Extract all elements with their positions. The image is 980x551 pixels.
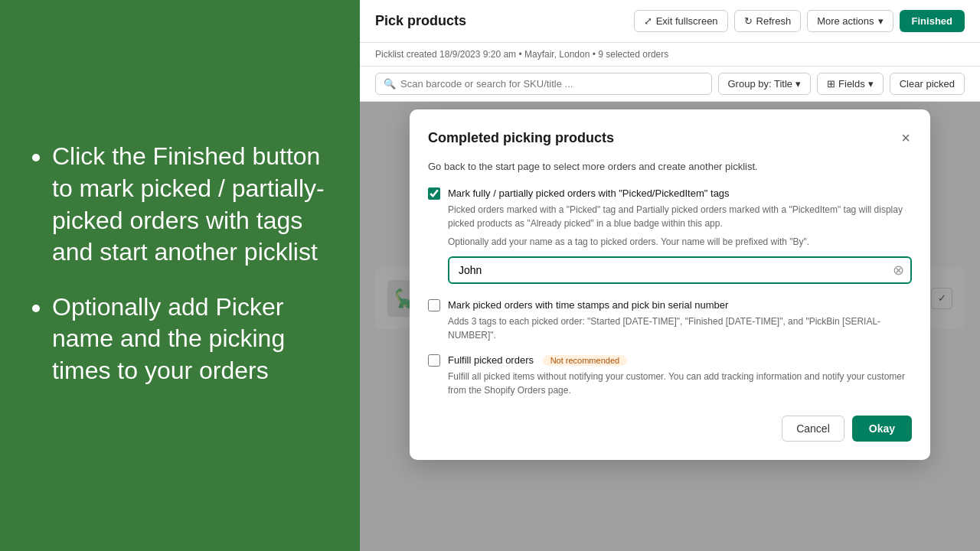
modal-overlay: Completed picking products × Go back to … — [360, 102, 980, 551]
checkbox2-content: Mark picked orders with time stamps and … — [448, 298, 912, 342]
right-panel: Pick products ⤢ Exit fullscreen ↻ Refres… — [360, 0, 980, 551]
search-input[interactable] — [400, 78, 704, 90]
modal-footer: Cancel Okay — [428, 416, 912, 442]
checkbox-row-1: Mark fully / partially picked orders wit… — [428, 186, 912, 249]
close-icon: × — [901, 129, 910, 146]
exit-fullscreen-button[interactable]: ⤢ Exit fullscreen — [634, 10, 728, 32]
not-recommended-badge: Not recommended — [543, 355, 628, 366]
search-icon: 🔍 — [384, 78, 396, 90]
checkbox1-content: Mark fully / partially picked orders wit… — [448, 186, 912, 249]
checkbox3-content: Fulfill picked orders Not recommended Fu… — [448, 353, 912, 397]
refresh-icon: ↻ — [744, 15, 753, 27]
more-actions-button[interactable]: More actions ▾ — [807, 10, 893, 32]
page-title: Pick products — [375, 13, 466, 29]
bullet-item-2: Optionally add Picker name and the picki… — [52, 292, 329, 387]
picklist-info: Picklist created 18/9/2023 9:20 am • May… — [375, 49, 668, 60]
more-actions-chevron-icon: ▾ — [878, 15, 884, 27]
clear-picked-button[interactable]: Clear picked — [890, 73, 965, 95]
modal-description: Go back to the start page to select more… — [428, 161, 912, 172]
checkbox1-subtext2: Optionally add your name as a tag to pic… — [448, 235, 912, 249]
modal-close-button[interactable]: × — [900, 128, 912, 148]
timestamp-checkbox[interactable] — [428, 299, 440, 311]
filter-bar: 🔍 Group by: Title ▾ ⊞ Fields ▾ Clear pic… — [360, 67, 980, 102]
picker-name-input[interactable] — [448, 256, 912, 284]
finished-button[interactable]: Finished — [900, 10, 965, 32]
okay-button[interactable]: Okay — [852, 416, 912, 442]
fields-chevron-icon: ▾ — [868, 78, 874, 90]
exit-fullscreen-icon: ⤢ — [644, 15, 652, 27]
fields-button[interactable]: ⊞ Fields ▾ — [817, 73, 884, 95]
checkbox3-subtext: Fulfill all picked items without notifyi… — [448, 370, 912, 397]
checkbox-row-3: Fulfill picked orders Not recommended Fu… — [428, 353, 912, 397]
search-box[interactable]: 🔍 — [375, 73, 712, 95]
sub-bar: Picklist created 18/9/2023 9:20 am • May… — [360, 43, 980, 67]
clear-icon: ⊗ — [893, 262, 904, 278]
name-input-clear-button[interactable]: ⊗ — [893, 262, 904, 279]
checkbox2-label[interactable]: Mark picked orders with time stamps and … — [448, 299, 728, 311]
fields-icon: ⊞ — [827, 78, 835, 90]
bullet-list: Click the Finished button to mark picked… — [31, 141, 329, 409]
completed-picking-modal: Completed picking products × Go back to … — [410, 109, 930, 460]
group-by-button[interactable]: Group by: Title ▾ — [718, 73, 812, 95]
bullet-item-1: Click the Finished button to mark picked… — [52, 141, 329, 268]
refresh-button[interactable]: ↻ Refresh — [734, 10, 802, 32]
checkbox1-subtext: Picked orders marked with a "Picked" tag… — [448, 203, 912, 230]
content-area: 🦕 Animal Zone Stegosaurus • TOYS R US • … — [360, 102, 980, 551]
mark-picked-checkbox[interactable] — [428, 187, 440, 200]
modal-header: Completed picking products × — [428, 128, 912, 148]
checkbox3-label[interactable]: Fulfill picked orders Not recommended — [448, 354, 627, 366]
checkbox1-label[interactable]: Mark fully / partially picked orders wit… — [448, 187, 730, 199]
top-bar: Pick products ⤢ Exit fullscreen ↻ Refres… — [360, 0, 980, 43]
fulfill-orders-checkbox[interactable] — [428, 354, 440, 367]
cancel-button[interactable]: Cancel — [782, 416, 844, 442]
left-panel: Click the Finished button to mark picked… — [0, 0, 360, 551]
checkbox-row-2: Mark picked orders with time stamps and … — [428, 298, 912, 342]
checkbox2-subtext: Adds 3 tags to each picked order: "Start… — [448, 315, 912, 342]
top-bar-actions: ⤢ Exit fullscreen ↻ Refresh More actions… — [634, 10, 965, 32]
name-input-wrapper: ⊗ — [448, 256, 912, 284]
modal-title: Completed picking products — [428, 130, 614, 146]
group-by-chevron-icon: ▾ — [795, 78, 801, 90]
